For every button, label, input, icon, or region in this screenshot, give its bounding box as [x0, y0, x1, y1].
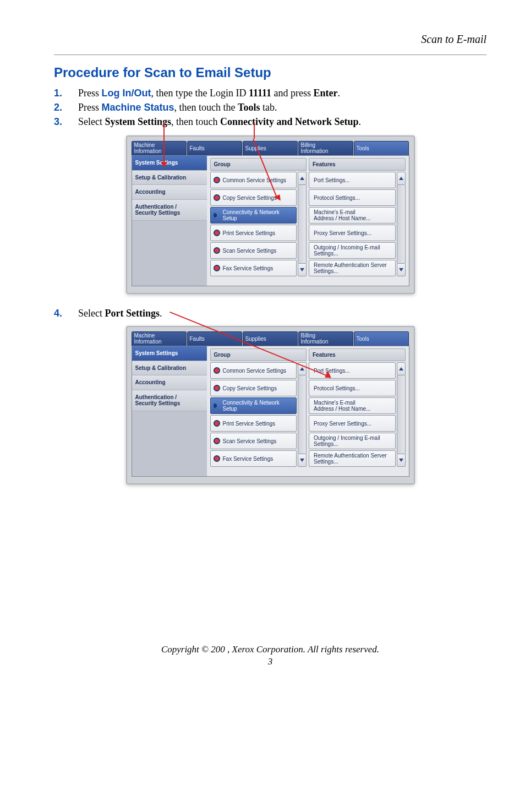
sidebar: System Settings Setup & Calibration Acco…: [132, 346, 207, 476]
header-rule: [54, 55, 486, 55]
step-text: Press Machine Status, then touch the Too…: [78, 102, 277, 113]
scroll-down-button[interactable]: [397, 263, 406, 276]
scroll-up-button[interactable]: [397, 172, 406, 185]
scroll-track[interactable]: [397, 375, 406, 454]
sidebar-item-authentication-security[interactable]: Authentication / Security Settings: [132, 200, 207, 221]
sidebar-item-system-settings[interactable]: System Settings: [132, 346, 207, 361]
steps-list-continued: 4. Select Port Settings.: [54, 306, 486, 320]
group-item-print-service[interactable]: Print Service Settings: [210, 415, 297, 432]
scroll-down-button[interactable]: [298, 263, 307, 276]
sidebar-item-accounting[interactable]: Accounting: [132, 185, 207, 200]
tab-tools[interactable]: Tools: [354, 331, 409, 346]
printer-panel-2: Machine Information Faults Supplies Bill…: [126, 326, 415, 484]
scroll-down-button[interactable]: [298, 454, 307, 467]
group-column-header: Group: [210, 158, 307, 171]
screenshot-2-wrap: Machine Information Faults Supplies Bill…: [126, 326, 415, 484]
step-text: Select Port Settings.: [78, 308, 162, 319]
callout-arrow: [163, 122, 165, 163]
bullet-icon: [214, 247, 220, 254]
feature-item-proxy-server[interactable]: Proxy Server Settings...: [309, 225, 396, 241]
sidebar: System Settings Setup & Calibration Acco…: [132, 156, 207, 286]
scroll-track[interactable]: [397, 185, 406, 263]
feature-item-port-settings[interactable]: Port Settings...: [309, 172, 396, 188]
step-1: 1. Press Log In/Out, then type the Login…: [54, 86, 486, 100]
features-column-header: Features: [309, 158, 406, 171]
scroll-track[interactable]: [298, 375, 307, 454]
feature-item-email-hostname[interactable]: Machine's E-mail Address / Host Name...: [309, 207, 396, 224]
bullet-icon: [214, 385, 220, 391]
sidebar-item-setup-calibration[interactable]: Setup & Calibration: [132, 171, 207, 186]
feature-item-port-settings[interactable]: Port Settings...: [309, 362, 396, 379]
feature-item-remote-auth-server[interactable]: Remote Authentication Server Settings...: [309, 450, 396, 467]
step-3: 3. Select System Settings, then touch Co…: [54, 115, 486, 129]
printer-panel-1: Machine Information Faults Supplies Bill…: [126, 135, 415, 294]
page-number: 3: [54, 656, 486, 667]
bullet-icon: [214, 177, 220, 183]
bullet-icon: [214, 438, 220, 444]
group-item-copy-service[interactable]: Copy Service Settings: [210, 380, 297, 396]
bullet-icon: [214, 194, 220, 201]
group-item-connectivity-network[interactable]: Connectivity & Network Setup: [210, 207, 297, 224]
bullet-icon: [214, 367, 220, 374]
svg-marker-0: [300, 177, 304, 180]
feature-item-protocol-settings[interactable]: Protocol Settings...: [309, 380, 396, 396]
scroll-up-button[interactable]: [397, 362, 406, 375]
group-item-connectivity-network[interactable]: Connectivity & Network Setup: [210, 397, 297, 414]
feature-item-email-hostname[interactable]: Machine's E-mail Address / Host Name...: [309, 397, 396, 414]
page-heading: Procedure for Scan to Email Setup: [54, 65, 486, 80]
pointer-icon: [214, 402, 220, 409]
callout-arrow: [254, 122, 255, 139]
group-item-scan-service[interactable]: Scan Service Settings: [210, 433, 297, 449]
svg-marker-6: [399, 367, 403, 370]
scroll-down-button[interactable]: [397, 454, 406, 467]
bullet-icon: [214, 265, 220, 271]
group-item-scan-service[interactable]: Scan Service Settings: [210, 242, 297, 259]
group-item-print-service[interactable]: Print Service Settings: [210, 225, 297, 241]
sidebar-item-accounting[interactable]: Accounting: [132, 375, 207, 390]
sidebar-item-system-settings[interactable]: System Settings: [132, 156, 207, 171]
tab-faults[interactable]: Faults: [187, 331, 242, 346]
steps-list: 1. Press Log In/Out, then type the Login…: [54, 86, 486, 129]
tab-tools[interactable]: Tools: [354, 141, 409, 155]
screenshot-1-wrap: Machine Information Faults Supplies Bill…: [126, 135, 415, 294]
feature-item-protocol-settings[interactable]: Protocol Settings...: [309, 189, 396, 206]
svg-marker-7: [399, 459, 403, 462]
group-item-fax-service[interactable]: Fax Service Settings: [210, 260, 297, 276]
tab-billing-information[interactable]: Billing Information: [298, 331, 353, 346]
step-4: 4. Select Port Settings.: [54, 306, 486, 320]
features-column-header: Features: [309, 348, 406, 361]
tab-machine-information[interactable]: Machine Information: [132, 331, 187, 346]
svg-marker-2: [399, 177, 403, 180]
step-text: Select System Settings, then touch Conne…: [78, 116, 361, 127]
feature-item-proxy-server[interactable]: Proxy Server Settings...: [309, 415, 396, 432]
svg-marker-5: [300, 459, 304, 462]
svg-marker-1: [300, 268, 304, 271]
tab-machine-information[interactable]: Machine Information: [132, 141, 187, 155]
feature-item-remote-auth-server[interactable]: Remote Authentication Server Settings...: [309, 260, 396, 276]
tab-billing-information[interactable]: Billing Information: [298, 141, 353, 155]
tab-supplies[interactable]: Supplies: [243, 141, 298, 155]
scroll-up-button[interactable]: [298, 172, 307, 185]
tab-bar: Machine Information Faults Supplies Bill…: [132, 331, 409, 346]
tab-faults[interactable]: Faults: [187, 141, 242, 155]
sidebar-item-setup-calibration[interactable]: Setup & Calibration: [132, 361, 207, 376]
group-item-common-service[interactable]: Common Service Settings: [210, 362, 297, 379]
feature-item-outgoing-incoming-email[interactable]: Outgoing / Incoming E-mail Settings...: [309, 433, 396, 449]
bullet-icon: [214, 455, 220, 462]
features-scrollbar[interactable]: [397, 172, 406, 276]
group-item-fax-service[interactable]: Fax Service Settings: [210, 450, 297, 467]
group-scrollbar[interactable]: [298, 172, 307, 276]
tab-bar: Machine Information Faults Supplies Bill…: [132, 141, 409, 155]
sidebar-item-authentication-security[interactable]: Authentication / Security Settings: [132, 390, 207, 411]
group-column-header: Group: [210, 348, 307, 361]
group-scrollbar[interactable]: [298, 362, 307, 467]
step-number: 3.: [54, 115, 62, 129]
step-2: 2. Press Machine Status, then touch the …: [54, 100, 486, 115]
scroll-track[interactable]: [298, 185, 307, 263]
step-number: 4.: [54, 306, 62, 320]
group-item-copy-service[interactable]: Copy Service Settings: [210, 189, 297, 206]
feature-item-outgoing-incoming-email[interactable]: Outgoing / Incoming E-mail Settings...: [309, 242, 396, 259]
section-header: Scan to E-mail: [54, 33, 486, 46]
features-scrollbar[interactable]: [397, 362, 406, 467]
group-item-common-service[interactable]: Common Service Settings: [210, 172, 297, 188]
